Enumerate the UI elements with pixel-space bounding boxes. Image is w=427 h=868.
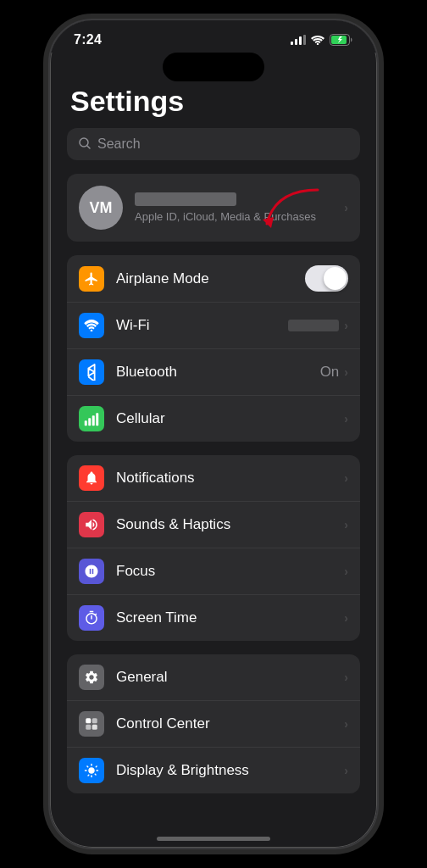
airplane-mode-icon bbox=[79, 266, 104, 292]
toggle-knob bbox=[324, 267, 347, 290]
signal-icon bbox=[291, 35, 306, 45]
page-title: Settings bbox=[67, 85, 360, 118]
control-center-row[interactable]: Control Center › bbox=[67, 701, 360, 748]
svg-rect-11 bbox=[86, 718, 91, 723]
cellular-row[interactable]: Cellular › bbox=[67, 396, 360, 442]
search-icon bbox=[79, 137, 91, 152]
home-indicator bbox=[157, 837, 270, 841]
general-row[interactable]: General › bbox=[67, 654, 360, 701]
focus-chevron: › bbox=[344, 565, 348, 578]
focus-icon bbox=[79, 559, 104, 584]
bluetooth-label: Bluetooth bbox=[116, 364, 320, 381]
wifi-status-icon bbox=[311, 35, 324, 45]
display-label: Display & Brightness bbox=[116, 762, 344, 779]
cellular-chevron: › bbox=[344, 412, 348, 426]
svg-rect-10 bbox=[96, 413, 98, 426]
general-label: General bbox=[116, 669, 344, 686]
svg-rect-8 bbox=[88, 418, 91, 426]
svg-rect-13 bbox=[86, 725, 91, 730]
focus-label: Focus bbox=[116, 563, 344, 580]
search-bar[interactable]: Search bbox=[67, 128, 360, 160]
content-area: Settings Search VM bbox=[50, 85, 377, 836]
apple-id-name bbox=[135, 192, 236, 206]
svg-point-0 bbox=[317, 43, 319, 45]
screen-time-chevron: › bbox=[344, 611, 348, 625]
svg-line-4 bbox=[87, 146, 90, 148]
annotation-arrow bbox=[258, 186, 326, 240]
general-icon bbox=[79, 665, 104, 690]
cellular-icon bbox=[79, 406, 104, 431]
control-center-icon bbox=[79, 711, 104, 737]
battery-icon bbox=[330, 34, 353, 46]
wifi-row[interactable]: Wi-Fi › bbox=[67, 303, 360, 349]
sounds-icon bbox=[79, 512, 104, 537]
wifi-chevron: › bbox=[344, 319, 348, 332]
svg-rect-9 bbox=[92, 415, 95, 426]
svg-point-6 bbox=[91, 330, 93, 331]
svg-rect-14 bbox=[92, 725, 97, 730]
bluetooth-value: On bbox=[320, 364, 340, 381]
notifications-section: Notifications › Sounds & Haptics › bbox=[67, 455, 360, 641]
general-chevron: › bbox=[344, 670, 348, 684]
dynamic-island bbox=[163, 53, 264, 81]
sounds-row[interactable]: Sounds & Haptics › bbox=[67, 502, 360, 548]
avatar: VM bbox=[79, 186, 123, 230]
sounds-chevron: › bbox=[344, 518, 348, 531]
connectivity-section: Airplane Mode Wi-Fi › bbox=[67, 255, 360, 442]
screen-time-label: Screen Time bbox=[116, 609, 344, 626]
notifications-label: Notifications bbox=[116, 470, 344, 487]
screen-time-row[interactable]: Screen Time › bbox=[67, 595, 360, 641]
wifi-label: Wi-Fi bbox=[116, 317, 288, 334]
status-time: 7:24 bbox=[74, 32, 102, 47]
sounds-label: Sounds & Haptics bbox=[116, 516, 344, 533]
search-placeholder: Search bbox=[97, 136, 141, 152]
display-row[interactable]: Display & Brightness › bbox=[67, 748, 360, 793]
apple-id-chevron: › bbox=[344, 201, 348, 214]
focus-row[interactable]: Focus › bbox=[67, 548, 360, 595]
svg-rect-7 bbox=[85, 420, 87, 426]
wifi-icon bbox=[79, 313, 104, 338]
control-center-chevron: › bbox=[344, 717, 348, 731]
svg-marker-5 bbox=[263, 217, 274, 228]
notifications-icon bbox=[79, 465, 104, 491]
bluetooth-chevron: › bbox=[344, 365, 348, 379]
wifi-value bbox=[288, 320, 339, 331]
notifications-chevron: › bbox=[344, 471, 348, 485]
phone-frame: 7:24 bbox=[48, 19, 379, 849]
airplane-mode-toggle[interactable] bbox=[305, 265, 348, 292]
control-center-label: Control Center bbox=[116, 715, 344, 732]
status-bar: 7:24 bbox=[50, 20, 377, 53]
status-icons bbox=[291, 34, 353, 46]
bluetooth-row[interactable]: Bluetooth On › bbox=[67, 349, 360, 396]
notifications-row[interactable]: Notifications › bbox=[67, 455, 360, 502]
bluetooth-icon bbox=[79, 359, 104, 385]
svg-rect-12 bbox=[92, 718, 97, 723]
airplane-mode-row[interactable]: Airplane Mode bbox=[67, 255, 360, 303]
display-icon bbox=[79, 758, 104, 783]
cellular-label: Cellular bbox=[116, 410, 344, 427]
airplane-mode-label: Airplane Mode bbox=[116, 270, 305, 287]
general-section: General › Control Center › bbox=[67, 654, 360, 793]
screen-time-icon bbox=[79, 605, 104, 631]
display-chevron: › bbox=[344, 764, 348, 777]
